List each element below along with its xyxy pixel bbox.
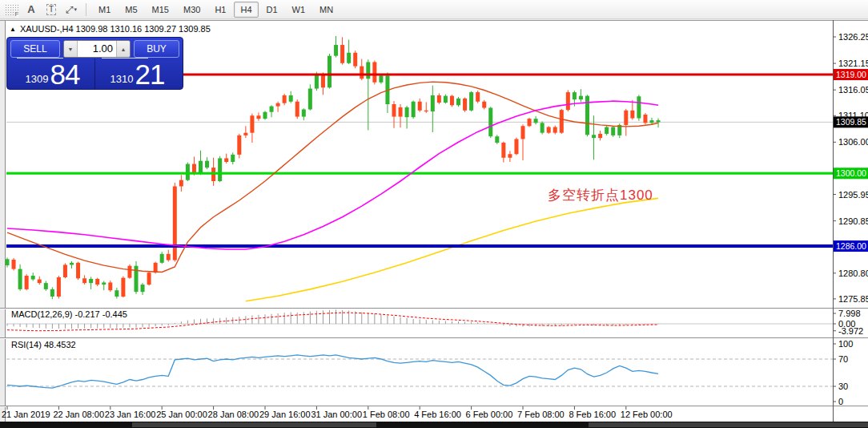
volume-input[interactable]: 1.00	[78, 41, 116, 57]
svg-text:12 Feb 00:00: 12 Feb 00:00	[621, 410, 673, 419]
svg-text:23 Jan 16:00: 23 Jan 16:00	[105, 410, 156, 419]
one-click-trading-panel: SELL ▼ 1.00 ▲ BUY 1309 84 1310 21	[6, 37, 183, 90]
grid-icon-button[interactable]: F	[2, 2, 20, 18]
trading-terminal: { "toolbar": { "grid_letter": "F", "icon…	[0, 0, 868, 428]
sell-price-big: 84	[50, 61, 79, 87]
sell-button[interactable]: SELL	[10, 40, 60, 58]
chart-symbol-marker-icon: ▲	[10, 26, 16, 33]
svg-text:4 Feb 16:00: 4 Feb 16:00	[414, 410, 461, 419]
timeframe-button-h4[interactable]: H4	[234, 2, 258, 18]
svg-text:0: 0	[838, 397, 843, 406]
volume-increase-button[interactable]: ▲	[116, 41, 130, 57]
timeframe-button-m15[interactable]: M15	[146, 2, 175, 18]
sell-price-prefix: 1309	[26, 71, 49, 87]
bottom-window-edge	[0, 422, 868, 428]
svg-text:28 Jan 08:00: 28 Jan 08:00	[208, 410, 259, 419]
svg-text:1300.00: 1300.00	[836, 168, 866, 178]
timeframe-button-m5[interactable]: M5	[119, 2, 143, 18]
svg-text:25 Jan 00:00: 25 Jan 00:00	[156, 410, 207, 419]
top-toolbar: F A T ⤢ ▾ M1M5M15M30H1H4D1W1MN	[0, 0, 868, 19]
svg-text:-3.972: -3.972	[838, 326, 863, 336]
svg-text:31 Jan 00:00: 31 Jan 00:00	[311, 410, 362, 419]
cursor-tools-button[interactable]: ⤢ ▾	[62, 2, 80, 18]
svg-text:1319.00: 1319.00	[836, 70, 866, 79]
bottom-edge-segment	[589, 422, 868, 427]
text-t-icon: T	[46, 4, 56, 15]
bottom-edge-segment	[132, 422, 376, 427]
svg-text:7.998: 7.998	[838, 309, 861, 318]
chart-title-text: XAUUSD-,H4 1309.98 1310.16 1309.27 1309.…	[20, 24, 211, 34]
svg-text:100: 100	[838, 339, 853, 349]
svg-text:1290.85: 1290.85	[838, 216, 868, 226]
timeframe-button-h1[interactable]: H1	[208, 2, 232, 18]
svg-text:1326.25: 1326.25	[838, 32, 868, 42]
macd-indicator-label: MACD(12,26,9) -0.217 -0.445	[11, 309, 127, 319]
svg-text:1306.00: 1306.00	[838, 137, 868, 147]
volume-stepper: ▼ 1.00 ▲	[63, 40, 131, 58]
diagonal-arrows-icon: ⤢	[66, 4, 74, 15]
chevron-down-icon: ▾	[74, 6, 78, 13]
timeframe-button-m1[interactable]: M1	[92, 2, 117, 18]
svg-text:1321.15: 1321.15	[838, 59, 868, 68]
svg-text:1295.95: 1295.95	[838, 190, 868, 200]
svg-text:7 Feb 08:00: 7 Feb 08:00	[517, 410, 565, 419]
timeframe-button-m30[interactable]: M30	[177, 2, 207, 18]
timeframe-button-d1[interactable]: D1	[260, 2, 284, 18]
svg-text:6 Feb 00:00: 6 Feb 00:00	[466, 410, 513, 419]
grid-icon: F	[5, 4, 18, 15]
buy-underline	[102, 58, 148, 59]
svg-text:1309.85: 1309.85	[836, 117, 866, 127]
svg-text:29 Jan 16:00: 29 Jan 16:00	[259, 410, 311, 419]
chart-annotation: 多空转折点1300	[548, 186, 653, 204]
chart-window: 1326.251321.151316.051311.101306.001295.…	[0, 20, 868, 422]
svg-text:1286.00: 1286.00	[836, 241, 866, 251]
svg-text:21 Jan 2019: 21 Jan 2019	[2, 410, 50, 419]
timeframe-button-mn[interactable]: MN	[313, 2, 340, 18]
volume-decrease-button[interactable]: ▼	[64, 41, 78, 57]
letter-a-icon: A	[27, 3, 34, 15]
svg-text:22 Jan 08:00: 22 Jan 08:00	[53, 410, 104, 419]
svg-text:30: 30	[838, 382, 848, 391]
svg-text:1 Feb 08:00: 1 Feb 08:00	[363, 410, 410, 419]
sell-underline	[17, 58, 63, 59]
svg-text:1316.05: 1316.05	[838, 85, 868, 95]
svg-text:1280.80: 1280.80	[838, 269, 868, 278]
font-a-button[interactable]: A	[22, 2, 40, 18]
text-label-button[interactable]: T	[42, 2, 60, 18]
toolbar-separator	[86, 3, 86, 16]
svg-text:70: 70	[838, 354, 848, 364]
buy-price-area[interactable]: 1310 21	[94, 59, 179, 89]
buy-price-prefix: 1310	[111, 71, 134, 87]
buy-price-big: 21	[135, 61, 164, 87]
sell-price-area[interactable]: 1309 84	[10, 59, 94, 89]
chart-title: ▲ XAUUSD-,H4 1309.98 1310.16 1309.27 130…	[10, 24, 211, 34]
svg-text:8 Feb 16:00: 8 Feb 16:00	[569, 410, 616, 419]
timeframe-button-w1[interactable]: W1	[286, 2, 312, 18]
rsi-indicator-label: RSI(14) 48.4532	[11, 340, 76, 349]
svg-text:1275.85: 1275.85	[838, 294, 868, 304]
buy-button[interactable]: BUY	[134, 40, 179, 58]
timeframe-group: M1M5M15M30H1H4D1W1MN	[92, 2, 340, 18]
